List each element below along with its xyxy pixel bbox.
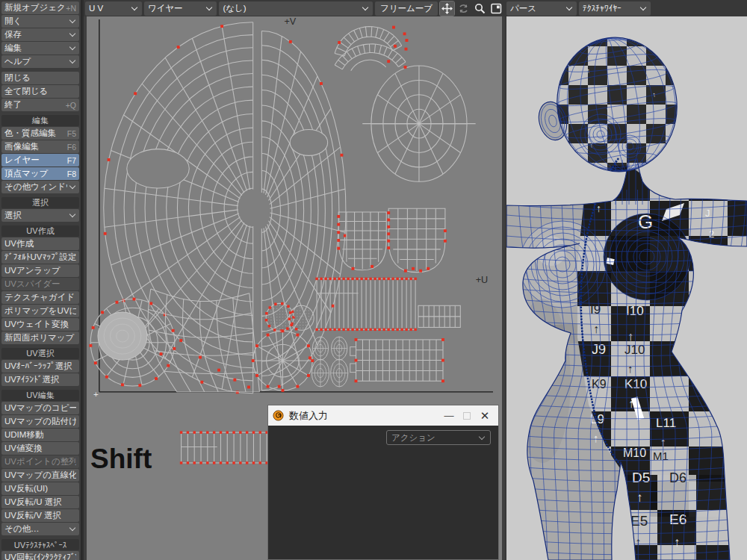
model-3d-render: ↑↑↑↑↑↑F9↑GJ2I9↑I10↑J9J10↑K9K10↑L9↑L11↑M1…	[506, 16, 747, 560]
sidebar-item-label: 編集	[4, 43, 67, 54]
sidebar-item[interactable]: テクスチャガイド	[1, 291, 79, 304]
sidebar-section: UVﾃｸｽﾁｬｽﾍﾟｰｽUV回転(ｲﾝﾀﾗｸﾃｨﾌﾞ)UV回転(90度)	[0, 539, 81, 560]
sidebar-section-header: UV編集	[1, 390, 79, 401]
move-icon[interactable]	[440, 1, 454, 16]
sidebar-item[interactable]: 開く	[1, 15, 79, 28]
sidebar-item-label: UVｵｰﾊﾞｰﾗｯﾌﾟ選択	[4, 361, 76, 372]
sidebar-item-label: UV作成	[4, 238, 76, 249]
sidebar-item[interactable]: ﾃﾞﾌｫﾙﾄUVﾏｯﾌﾟ設定	[1, 251, 79, 264]
view-toolbar-dropdown[interactable]: パース	[506, 1, 577, 16]
sidebar-item-label: レイヤー	[4, 155, 66, 166]
svg-text:↑: ↑	[674, 535, 681, 550]
sidebar-item-label: テクスチャガイド	[4, 292, 76, 303]
action-dropdown[interactable]: アクション	[386, 430, 491, 445]
sidebar-item[interactable]: 保存	[1, 28, 79, 41]
chevron-down-icon	[362, 4, 368, 10]
3d-viewport[interactable]: ↑↑↑↑↑↑F9↑GJ2I9↑I10↑J9J10↑K9K10↑L9↑L11↑M1…	[506, 16, 747, 560]
sidebar-item-label: 選択	[4, 210, 67, 221]
sidebar-item-label: UV回転(ｲﾝﾀﾗｸﾃｨﾌﾞ)	[4, 552, 76, 560]
sidebar-item-label: 閉じる	[4, 72, 76, 84]
sidebar-item-label: UVマップの貼付け	[4, 416, 76, 427]
sidebar-item-label: UVマップの直線化	[4, 470, 76, 481]
sidebar-item-label: ﾃﾞﾌｫﾙﾄUVﾏｯﾌﾟ設定	[4, 252, 76, 263]
sidebar-item[interactable]: 終了+Q	[1, 99, 79, 111]
svg-text:D6: D6	[669, 470, 686, 485]
sidebar-item[interactable]: UV作成	[1, 237, 79, 250]
sidebar-item[interactable]: UVｱｲﾗﾝﾄﾞ選択	[1, 373, 79, 386]
svg-text:↑: ↑	[636, 491, 643, 505]
chevron-down-icon	[640, 4, 646, 10]
dropdown-label: パース	[510, 3, 564, 14]
svg-text:J9: J9	[592, 342, 606, 357]
freemove-button[interactable]: フリームーブ	[375, 1, 438, 16]
sidebar-item[interactable]: UVマップの直線化	[1, 469, 79, 482]
sidebar-item[interactable]: UVマップの貼付け	[1, 415, 79, 428]
sidebar-item[interactable]: 編集	[1, 42, 79, 55]
sidebar-item[interactable]: UVアンラップ	[1, 264, 79, 277]
dropdown-label: (なし)	[223, 3, 359, 14]
layout-icon[interactable]	[489, 1, 503, 16]
chevron-down-icon	[69, 525, 75, 531]
sidebar-item[interactable]: 頂点マップF8	[1, 167, 79, 180]
sidebar-item[interactable]: 新規オブジェクト+N	[1, 1, 79, 14]
svg-text:I10: I10	[626, 304, 644, 318]
sidebar-item[interactable]: UV反転/V 選択	[1, 509, 79, 522]
chevron-down-icon	[69, 44, 75, 50]
sidebar-section-header: UVﾃｸｽﾁｬｽﾍﾟｰｽ	[1, 539, 79, 550]
maximize-button	[458, 405, 476, 426]
sidebar-item-label: 色・質感編集	[4, 128, 66, 139]
sidebar-item[interactable]: ヘルプ	[1, 55, 79, 68]
sidebar-item[interactable]: UV値変換	[1, 442, 79, 455]
uv-toolbar-dropdown[interactable]: ワイヤー	[144, 1, 217, 16]
chevron-down-icon	[69, 57, 75, 63]
numeric-input-dialog: 数値入力 — ✕ アクション	[267, 405, 499, 560]
dialog-titlebar[interactable]: 数値入力 — ✕	[268, 405, 498, 426]
sidebar-item[interactable]: UDIM移動	[1, 429, 79, 441]
svg-text:M10: M10	[623, 447, 646, 459]
sidebar-item-label: 頂点マップ	[4, 168, 66, 179]
sidebar-item-label: 新規オブジェクト	[4, 2, 64, 13]
sidebar-item[interactable]: その他ウィンドウ	[1, 181, 79, 193]
sidebar-item[interactable]: 閉じる	[1, 72, 79, 84]
sidebar-item[interactable]: UVウェイト変換	[1, 318, 79, 331]
rotate-icon[interactable]	[456, 1, 471, 16]
zoom-icon[interactable]	[473, 1, 487, 16]
dropdown-label: U V	[89, 4, 129, 13]
sidebar-item[interactable]: その他…	[1, 523, 79, 535]
sidebar-item[interactable]: ポリマップをUVに変換	[1, 305, 79, 317]
dropdown-label: ワイヤー	[148, 3, 205, 14]
sidebar-item[interactable]: UVｵｰﾊﾞｰﾗｯﾌﾟ選択	[1, 360, 79, 373]
minimize-button[interactable]: —	[440, 405, 458, 426]
sidebar-item[interactable]: UV反転(UI)	[1, 482, 79, 495]
sidebar-item-label: UVスパイダー	[4, 279, 76, 290]
sidebar-item[interactable]: UV反転/U 選択	[1, 496, 79, 508]
close-button[interactable]: ✕	[476, 405, 494, 426]
sidebar-item-shortcut: F5	[67, 129, 76, 138]
action-dropdown-label: アクション	[391, 432, 477, 444]
sidebar-item[interactable]: レイヤーF7	[1, 154, 79, 167]
sidebar: 新規オブジェクト+N開く保存編集ヘルプ閉じる全て閉じる終了+Q編集色・質感編集F…	[0, 0, 82, 560]
sidebar-item-shortcut: F8	[67, 169, 76, 178]
chevron-down-icon	[206, 4, 212, 10]
sidebar-item[interactable]: 色・質感編集F5	[1, 127, 79, 140]
svg-text:E5: E5	[630, 513, 648, 529]
sidebar-item[interactable]: 画像編集F6	[1, 140, 79, 153]
sidebar-item-label: UV反転/U 選択	[4, 497, 76, 508]
sidebar-section: UV作成UV作成ﾃﾞﾌｫﾙﾄUVﾏｯﾌﾟ設定UVアンラップUVスパイダーテクスチ…	[0, 225, 81, 344]
sidebar-item-shortcut: F7	[67, 156, 76, 165]
key-overlay-shift: Shift	[90, 444, 152, 475]
sidebar-item[interactable]: UV回転(ｲﾝﾀﾗｸﾃｨﾌﾞ)	[1, 551, 79, 560]
sidebar-item[interactable]: 選択	[1, 209, 79, 222]
uv-toolbar-dropdown[interactable]: (なし)	[219, 1, 372, 16]
sidebar-item[interactable]: 全て閉じる	[1, 85, 79, 98]
uv-toolbar-dropdown[interactable]: U V	[85, 1, 142, 16]
sidebar-item-shortcut: F6	[67, 143, 76, 152]
sidebar-section: UV選択UVｵｰﾊﾞｰﾗｯﾌﾟ選択UVｱｲﾗﾝﾄﾞ選択	[0, 348, 81, 386]
sidebar-item[interactable]: UVマップのコピー	[1, 402, 79, 414]
sidebar-item-shortcut: +N	[66, 4, 76, 13]
sidebar-section-header: UV選択	[1, 348, 79, 359]
app-logo-icon	[273, 410, 284, 421]
svg-text:+V: +V	[284, 16, 296, 27]
view-toolbar-dropdown[interactable]: ﾃｸｽﾁｬﾜｲﾔｰ	[579, 1, 651, 16]
sidebar-item[interactable]: 新四面ポリマップ	[1, 332, 79, 344]
